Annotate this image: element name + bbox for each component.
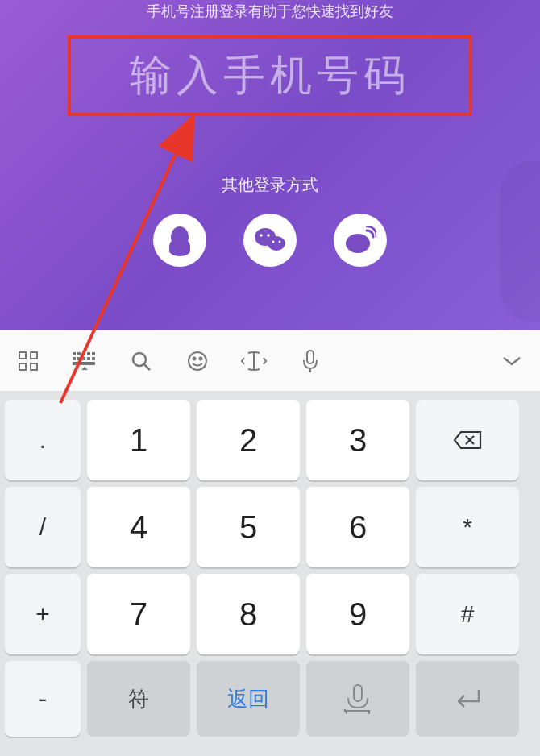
space-voice-icon — [342, 682, 374, 716]
keyboard-toolbar — [0, 330, 540, 392]
svg-point-29 — [133, 353, 146, 366]
toolbar-grid-icon[interactable] — [15, 347, 42, 375]
key-enter[interactable] — [416, 661, 519, 737]
key-slash[interactable]: / — [5, 487, 81, 567]
key-6[interactable]: 6 — [306, 487, 409, 567]
toolbar-emoji-icon[interactable] — [184, 347, 211, 375]
svg-marker-28 — [81, 367, 88, 370]
svg-rect-26 — [92, 357, 95, 360]
key-8[interactable]: 8 — [197, 574, 300, 654]
toolbar-voice-icon[interactable] — [297, 347, 324, 375]
svg-point-7 — [267, 234, 270, 237]
toolbar-keyboard-switch-icon[interactable] — [71, 347, 98, 375]
svg-rect-16 — [31, 363, 37, 370]
toolbar-collapse-icon[interactable] — [498, 347, 525, 375]
key-star[interactable]: * — [416, 487, 519, 567]
key-2[interactable]: 2 — [197, 400, 300, 480]
phone-input[interactable]: 输入手机号码 — [68, 35, 472, 116]
svg-rect-13 — [19, 352, 26, 359]
key-4[interactable]: 4 — [87, 487, 190, 567]
svg-point-32 — [193, 357, 196, 359]
svg-rect-15 — [19, 363, 26, 370]
svg-rect-22 — [73, 357, 76, 360]
svg-line-30 — [144, 364, 150, 370]
svg-rect-23 — [77, 357, 81, 360]
key-5[interactable]: 5 — [197, 487, 300, 567]
key-9[interactable]: 9 — [306, 574, 409, 654]
svg-rect-39 — [354, 685, 362, 701]
key-plus[interactable]: + — [5, 574, 81, 654]
svg-rect-21 — [92, 352, 95, 355]
svg-rect-24 — [82, 357, 85, 360]
wechat-icon — [253, 226, 287, 255]
svg-point-3 — [184, 241, 190, 254]
login-subtitle: 手机号注册登录有助于您快速找到好友 — [147, 2, 393, 21]
svg-point-31 — [189, 352, 206, 370]
toolbar-search-icon[interactable] — [127, 347, 155, 375]
backspace-icon — [453, 430, 482, 451]
key-dot[interactable]: . — [5, 400, 81, 480]
social-login-row — [153, 214, 387, 267]
svg-rect-14 — [31, 352, 37, 359]
key-space[interactable] — [306, 661, 409, 737]
key-7[interactable]: 7 — [87, 574, 190, 654]
wechat-login-button[interactable] — [243, 214, 297, 267]
svg-point-33 — [200, 357, 202, 359]
svg-rect-17 — [73, 352, 76, 355]
svg-rect-25 — [87, 357, 90, 360]
svg-point-5 — [268, 236, 285, 251]
key-return[interactable]: 返回 — [197, 661, 300, 737]
svg-point-10 — [346, 234, 370, 253]
svg-rect-20 — [87, 352, 90, 355]
svg-rect-19 — [82, 352, 85, 355]
key-backspace[interactable] — [416, 400, 519, 480]
key-1[interactable]: 1 — [87, 400, 190, 480]
key-hash[interactable]: # — [416, 574, 519, 654]
weibo-icon — [344, 226, 376, 255]
numeric-keypad: . 1 2 3 / 4 5 6 * + 7 8 9 # - 符 返回 — [0, 392, 540, 756]
enter-icon — [451, 687, 484, 711]
alt-login-label: 其他登录方式 — [222, 174, 318, 196]
key-symbol[interactable]: 符 — [87, 661, 190, 737]
qq-icon — [164, 224, 195, 256]
phone-input-placeholder: 输入手机号码 — [130, 48, 410, 104]
svg-point-8 — [272, 241, 275, 243]
key-minus[interactable]: - — [5, 661, 81, 737]
qq-login-button[interactable] — [153, 214, 206, 267]
svg-rect-18 — [77, 352, 81, 355]
key-3[interactable]: 3 — [306, 400, 409, 480]
svg-rect-35 — [307, 351, 314, 363]
toolbar-cursor-icon[interactable] — [240, 347, 268, 375]
background-decoration — [500, 161, 540, 322]
login-panel: 手机号注册登录有助于您快速找到好友 输入手机号码 其他登录方式 — [0, 0, 540, 330]
svg-rect-27 — [73, 362, 95, 365]
weibo-login-button[interactable] — [334, 214, 387, 267]
svg-point-9 — [279, 241, 281, 243]
svg-point-6 — [260, 234, 263, 237]
svg-point-2 — [169, 241, 176, 254]
